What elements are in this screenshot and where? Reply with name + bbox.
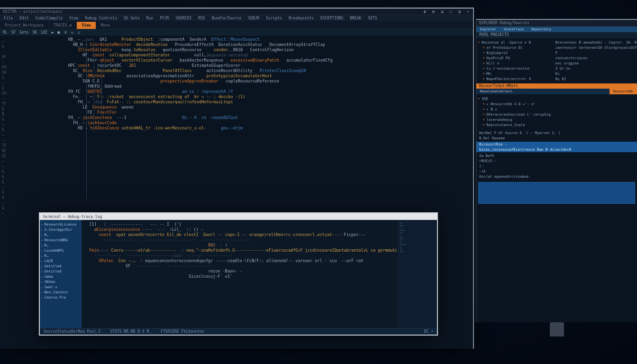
- highlight-row-blue[interactable]: bicex.cncocessafEcartrosce Ban B dccactO…: [476, 147, 637, 152]
- file-tree-item[interactable]: SKGoo: [41, 279, 80, 284]
- menu-item[interactable]: Breakpoints: [289, 16, 314, 20]
- toolbar-btn[interactable]: RL: [3, 30, 8, 35]
- toolbar-btn[interactable]: Goto: [19, 30, 28, 35]
- code-line[interactable]: FArr object vectorAllocatorCursor backAn…: [34, 58, 470, 63]
- tree-node[interactable]: ▸BapnFGectociocrcrn- E: [478, 76, 552, 82]
- file-tree-item[interactable]: R…: [41, 243, 80, 248]
- restart-icon[interactable]: ↻: [71, 30, 73, 35]
- tree-node[interactable]: ▸IDE: [478, 96, 635, 101]
- menu-item[interactable]: Debug Controls: [85, 16, 117, 20]
- section-header[interactable]: PERS PROJECTS: [476, 32, 637, 38]
- file-tree-item[interactable]: ResourceBDG: [41, 237, 80, 243]
- code-line[interactable]: --------------- --------------------- --…: [84, 237, 395, 243]
- code-line[interactable]: FE FnerCFor: [34, 110, 470, 115]
- stop-icon[interactable]: ■: [57, 30, 60, 35]
- tree-node[interactable]: ▸Repcututance_Scala: [478, 122, 635, 127]
- sys-icon[interactable]: ◨: [457, 9, 462, 14]
- tree-node[interactable]: ▸HyoPrssE PQ: [478, 55, 552, 61]
- editor-tab[interactable]: Project.Workspace: [0, 22, 49, 29]
- sub-titlebar[interactable]: terminal — debug-trace.log: [40, 213, 437, 220]
- code-line[interactable]: Fmin---: Conru------ut/ub----------- : n…: [84, 248, 395, 253]
- file-tree-item[interactable]: R…: [41, 253, 80, 258]
- file-tree-item[interactable]: Gaba: [41, 274, 80, 279]
- code-line[interactable]: IClextEditable keep.toResolve quotientRe…: [34, 47, 470, 53]
- tree-node[interactable]: ▸BigSubproJ: [478, 50, 552, 55]
- menu-item[interactable]: SOURCES: [175, 16, 191, 20]
- editor-tab[interactable]: TRACES.m: [49, 22, 77, 29]
- file-tree-item[interactable]: Untitled: [41, 264, 80, 269]
- tree-node[interactable]: ▸of ProtoSource 8(: [478, 45, 552, 50]
- sys-icon[interactable]: ◧: [423, 9, 428, 14]
- code-line[interactable]: HF const collapseComponentIterator null……: [34, 53, 470, 58]
- code-line[interactable]: OC_ Osce DecodedDec PanelOfClass activeR…: [34, 68, 470, 73]
- tree-node[interactable]: ▸▸ ResourceOb G-8 ▸'- n': [478, 101, 635, 107]
- toolbar-btn[interactable]: SF: [11, 30, 16, 35]
- tree-node[interactable]: ▸DEeracoraoSourcean L' coruphig: [478, 112, 635, 117]
- file-tree-item[interactable]: LocodeBFG: [41, 248, 80, 253]
- panel-tab[interactable]: ResoluteContract.: [476, 89, 518, 94]
- sub-file-explorer[interactable]: ResearchLicenceS.Storage/DirR…ResourceBD…: [40, 220, 82, 328]
- highlight-row-blue[interactable]: BicousctRie -: [476, 142, 637, 147]
- sys-icon[interactable]: ▢: [448, 9, 453, 14]
- code-line[interactable]: HB_H — CoordinateMonitor decodeRoutine P…: [34, 42, 470, 47]
- menu-item[interactable]: Run: [146, 16, 153, 20]
- code-line[interactable]: ----------- ------------------/cul- ----…: [84, 253, 395, 258]
- code-line[interactable]: HPC const recurSetDC 301 EstimateGSuperS…: [34, 63, 470, 68]
- toolbar-btn[interactable]: LOC: [41, 30, 47, 35]
- status-segment[interactable]: DC •: [424, 329, 433, 334]
- code-line[interactable]: SGN C.E prospectiveApproxBreaker copleRe…: [34, 79, 470, 84]
- file-tree-item[interactable]: S.Storage/Dir: [41, 227, 80, 232]
- tree-node[interactable]: ▸loceroodeacg: [478, 117, 635, 122]
- code-line[interactable]: HB_ — …con OA1 ProductObject :componentA…: [34, 37, 470, 42]
- file-tree-item[interactable]: Untitled: [41, 269, 80, 274]
- menu-item[interactable]: Scripts: [266, 16, 282, 20]
- toolbar-btn[interactable]: SK: [33, 30, 37, 35]
- run-icon[interactable]: ▶: [52, 30, 54, 35]
- code-line[interactable]: FH fC QUOTEC an-is : representA /Y: [34, 89, 470, 94]
- code-line[interactable]: HO — toAIkesConce setonAHAL_tr -ico-worR…: [34, 126, 470, 131]
- status-segment[interactable]: FYSRIERE FhLbonetoo: [161, 329, 204, 334]
- code-line[interactable]: const spat aesenOrrecorrte Eil_de clostI…: [84, 232, 395, 237]
- code-line[interactable]: SF ---------- -- ----- ---------: [84, 264, 395, 269]
- editor-tab[interactable]: Menu: [96, 22, 115, 29]
- menu-item[interactable]: EXCEPTIONS: [320, 16, 343, 20]
- menu-item[interactable]: PYJR: [160, 16, 169, 20]
- menu-item[interactable]: View: [69, 16, 78, 20]
- menu-item[interactable]: Code/Compile: [36, 16, 63, 20]
- editor-tab-active[interactable]: View: [77, 22, 96, 29]
- sys-icon[interactable]: ◪: [440, 9, 445, 14]
- code-line[interactable]: aEicerpiocecosconce ---- - - :Lil_ :: ()…: [84, 227, 395, 232]
- tree-node[interactable]: ▸MU.: [478, 71, 552, 76]
- status-segment[interactable]: STATS.NR.NB B 4 M.: [110, 329, 151, 334]
- panel-tab[interactable]: Explorer: [476, 27, 500, 32]
- sys-icon[interactable]: ◩: [431, 9, 436, 14]
- status-segment[interactable]: SourceStatusBarNew Paul.I: [44, 329, 100, 334]
- code-line[interactable]: fHHFU_ Oddrewd: [34, 84, 470, 89]
- menu-item[interactable]: SETS: [368, 16, 377, 20]
- stepover-icon[interactable]: ⤓: [77, 30, 81, 35]
- panel-tab[interactable]: Repository: [528, 27, 555, 32]
- code-line[interactable]: OC OMethod associativeApproximationAttr …: [34, 73, 470, 79]
- menu-item[interactable]: Bundle/Source: [212, 16, 242, 20]
- resource-tree[interactable]: ▸IDE▸▸ ResourceOb G-8 ▸'- n'▸▸ B.x▸DEera…: [476, 94, 637, 129]
- code-line[interactable]: 801 - ): [84, 243, 395, 248]
- file-tree-item[interactable]: Coorce.Fra: [41, 295, 80, 300]
- selected-item-orange[interactable]: ResearTsSet:HMatt_: [476, 83, 637, 89]
- code-line[interactable]: recon -Baon- -: [84, 269, 395, 274]
- tree-node[interactable]: ▸Hill n: [478, 61, 552, 66]
- code-line[interactable]: FH_ — jackSourCode: [34, 120, 470, 126]
- file-tree-item[interactable]: LACE: [41, 258, 80, 264]
- code-line[interactable]: [1] C_.------------- --- -- I ('): [84, 222, 395, 227]
- file-tree-item[interactable]: R…: [41, 232, 80, 237]
- tree-node[interactable]: ▸▸ B.x: [478, 107, 635, 112]
- project-tree[interactable]: ▸Reconnue al -Sparce = 8▸of ProtoSource …: [476, 38, 554, 83]
- menu-item[interactable]: SG Goto: [124, 16, 140, 20]
- tree-node[interactable]: ▸Reconnue al -Sparce = 8: [478, 40, 552, 45]
- pause-icon[interactable]: ⏸: [64, 30, 67, 35]
- code-line[interactable]: GPolec Con --… : equanconcentoreccoonndu…: [84, 258, 395, 264]
- code-line[interactable]: LE Qosequence weeno: [34, 105, 470, 110]
- file-tree-item[interactable]: Ben.Coorect: [41, 290, 80, 295]
- menu-item[interactable]: BREAK: [350, 16, 361, 20]
- sub-code-editor[interactable]: [1] C_.------------- --- -- I (') aEicer…: [82, 220, 398, 328]
- close-icon[interactable]: ✕: [465, 9, 470, 14]
